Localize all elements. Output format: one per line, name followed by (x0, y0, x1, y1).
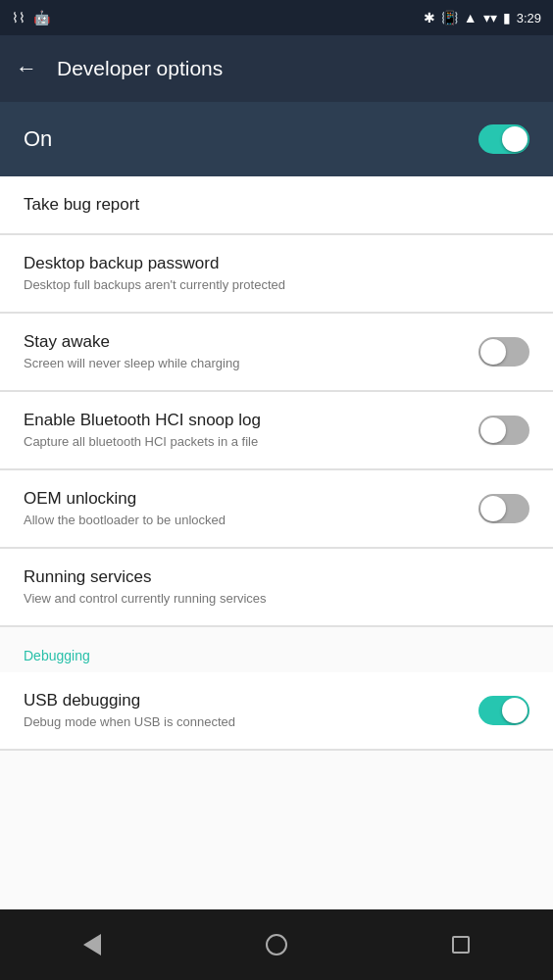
running-services-subtitle: View and control currently running servi… (24, 591, 529, 608)
status-left-icons: ⌇⌇ 🤖 (12, 10, 50, 25)
time-display: 3:29 (517, 11, 541, 25)
running-services-text: Running services View and control curren… (24, 566, 529, 608)
stay-awake-title: Stay awake (24, 331, 478, 353)
take-bug-report-title: Take bug report (24, 194, 529, 216)
stay-awake-item[interactable]: Stay awake Screen will never sleep while… (0, 314, 553, 391)
bluetooth-hci-snoop-subtitle: Capture all bluetooth HCI packets in a f… (24, 434, 478, 451)
vibrate-icon: 📳 (441, 10, 458, 25)
debugging-section-label: Debugging (24, 648, 90, 663)
back-nav-icon (83, 934, 101, 956)
back-button[interactable]: ← (16, 56, 37, 81)
signal-icon: ▲ (464, 10, 478, 25)
running-services-item[interactable]: Running services View and control curren… (0, 549, 553, 626)
status-right-icons: ✱ 📳 ▲ ▾▾ ▮ 3:29 (424, 10, 541, 25)
android-icon: 🤖 (33, 10, 50, 25)
usb-debugging-toggle[interactable] (478, 696, 529, 725)
top-bar: ← Developer options (0, 35, 553, 102)
debugging-section-header: Debugging (0, 627, 553, 672)
stay-awake-toggle[interactable] (478, 337, 529, 367)
oem-unlocking-text: OEM unlocking Allow the bootloader to be… (24, 488, 478, 529)
divider-7 (0, 750, 553, 751)
battery-icon: ▮ (503, 10, 511, 25)
home-nav-icon (266, 934, 287, 956)
bluetooth-hci-snoop-text: Enable Bluetooth HCI snoop log Capture a… (24, 410, 478, 451)
stay-awake-toggle-thumb (480, 339, 506, 365)
back-nav-button[interactable] (63, 915, 122, 974)
bluetooth-icon: ✱ (424, 10, 435, 25)
usb-debugging-item[interactable]: USB debugging Debug mode when USB is con… (0, 672, 553, 750)
desktop-backup-password-title: Desktop backup password (24, 253, 529, 274)
on-section: On (0, 102, 553, 176)
take-bug-report-text: Take bug report (24, 194, 529, 216)
desktop-backup-password-subtitle: Desktop full backups aren't currently pr… (24, 277, 529, 294)
oem-unlocking-toggle-thumb (480, 496, 506, 521)
desktop-backup-password-text: Desktop backup password Desktop full bac… (24, 253, 529, 294)
oem-unlocking-subtitle: Allow the bootloader to be unlocked (24, 513, 478, 529)
running-services-title: Running services (24, 566, 529, 588)
bluetooth-hci-snoop-title: Enable Bluetooth HCI snoop log (24, 410, 478, 431)
developer-options-toggle[interactable] (478, 124, 529, 154)
stay-awake-text: Stay awake Screen will never sleep while… (24, 331, 478, 372)
toggle-thumb (502, 126, 528, 152)
status-bar: ⌇⌇ 🤖 ✱ 📳 ▲ ▾▾ ▮ 3:29 (0, 0, 553, 35)
desktop-backup-password-item[interactable]: Desktop backup password Desktop full bac… (0, 235, 553, 313)
usb-debugging-toggle-thumb (502, 698, 528, 723)
on-label: On (24, 126, 52, 152)
oem-unlocking-item[interactable]: OEM unlocking Allow the bootloader to be… (0, 470, 553, 548)
bluetooth-hci-snoop-toggle-thumb (480, 417, 506, 443)
voicemail-icon: ⌇⌇ (12, 10, 25, 25)
oem-unlocking-title: OEM unlocking (24, 488, 478, 510)
bottom-navigation (0, 909, 553, 980)
page-title: Developer options (57, 57, 223, 80)
usb-debugging-subtitle: Debug mode when USB is connected (24, 714, 478, 731)
wifi-icon: ▾▾ (483, 10, 497, 25)
recents-nav-button[interactable] (431, 915, 490, 974)
recents-nav-icon (452, 936, 470, 954)
stay-awake-subtitle: Screen will never sleep while charging (24, 356, 478, 372)
home-nav-button[interactable] (247, 915, 306, 974)
usb-debugging-text: USB debugging Debug mode when USB is con… (24, 690, 478, 731)
take-bug-report-item[interactable]: Take bug report (0, 176, 553, 234)
oem-unlocking-toggle[interactable] (478, 494, 529, 523)
bluetooth-hci-snoop-item[interactable]: Enable Bluetooth HCI snoop log Capture a… (0, 392, 553, 469)
settings-content: Take bug report Desktop backup password … (0, 176, 553, 909)
bluetooth-hci-snoop-toggle[interactable] (478, 416, 529, 445)
usb-debugging-title: USB debugging (24, 690, 478, 711)
